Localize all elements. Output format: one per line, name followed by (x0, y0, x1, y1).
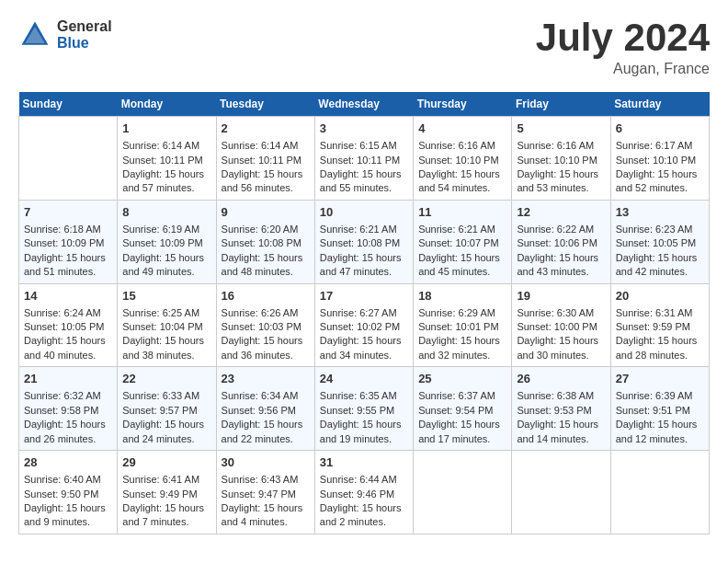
week-row-3: 14Sunrise: 6:24 AMSunset: 10:05 PMDaylig… (19, 283, 710, 367)
day-info: Daylight: 15 hours (418, 251, 506, 265)
day-header-tuesday: Tuesday (216, 92, 314, 117)
day-info: Sunrise: 6:22 AM (517, 223, 605, 236)
calendar-cell: 16Sunrise: 6:26 AMSunset: 10:03 PMDaylig… (216, 283, 314, 367)
calendar-cell: 17Sunrise: 6:27 AMSunset: 10:02 PMDaylig… (314, 283, 413, 367)
calendar-cell (512, 451, 610, 534)
calendar-cell: 10Sunrise: 6:21 AMSunset: 10:08 PMDaylig… (314, 200, 413, 283)
day-info: Sunrise: 6:44 AM (320, 473, 408, 487)
day-info: Sunset: 10:10 PM (517, 154, 605, 167)
day-info: and 9 minutes. (24, 515, 112, 529)
day-info: Sunset: 10:08 PM (222, 236, 310, 250)
day-info: and 14 minutes. (517, 432, 605, 446)
calendar-cell: 15Sunrise: 6:25 AMSunset: 10:04 PMDaylig… (118, 283, 216, 367)
day-info: Sunrise: 6:20 AM (222, 223, 310, 236)
day-info: Sunset: 9:50 PM (24, 488, 112, 501)
day-info: and 30 minutes. (517, 349, 605, 362)
calendar-cell: 26Sunrise: 6:38 AMSunset: 9:53 PMDayligh… (512, 367, 610, 451)
day-info: Sunrise: 6:14 AM (222, 139, 310, 153)
day-info: Sunrise: 6:23 AM (616, 223, 704, 236)
calendar-cell (414, 451, 512, 534)
day-info: Sunrise: 6:41 AM (122, 473, 210, 487)
day-info: Sunrise: 6:14 AM (122, 139, 210, 153)
day-info: Daylight: 15 hours (222, 418, 310, 431)
day-number: 15 (122, 288, 210, 304)
day-info: and 40 minutes. (24, 349, 112, 362)
day-number: 6 (616, 121, 704, 137)
day-number: 9 (222, 204, 310, 221)
day-info: Daylight: 15 hours (320, 418, 408, 431)
day-info: Sunset: 10:05 PM (616, 236, 704, 250)
day-info: and 22 minutes. (222, 432, 310, 446)
day-info: and 17 minutes. (418, 432, 506, 446)
day-info: Daylight: 15 hours (222, 167, 310, 181)
day-info: and 26 minutes. (24, 432, 112, 446)
day-number: 18 (418, 288, 506, 304)
week-row-5: 28Sunrise: 6:40 AMSunset: 9:50 PMDayligh… (19, 451, 710, 534)
day-info: and 52 minutes. (616, 181, 704, 195)
day-info: Daylight: 15 hours (616, 251, 704, 265)
day-info: Daylight: 15 hours (320, 251, 408, 265)
day-number: 30 (222, 454, 310, 471)
calendar-cell: 9Sunrise: 6:20 AMSunset: 10:08 PMDayligh… (216, 200, 314, 283)
day-number: 27 (616, 371, 704, 387)
day-info: Sunset: 9:51 PM (616, 404, 704, 418)
day-info: Sunset: 10:04 PM (122, 320, 210, 334)
day-info: Sunset: 10:07 PM (418, 236, 506, 250)
day-number: 19 (517, 288, 605, 304)
day-info: Sunrise: 6:19 AM (122, 223, 210, 236)
day-info: Sunrise: 6:38 AM (517, 389, 605, 403)
day-number: 13 (616, 204, 704, 221)
day-number: 3 (320, 121, 408, 137)
calendar-table: SundayMondayTuesdayWednesdayThursdayFrid… (18, 92, 710, 534)
day-number: 16 (222, 288, 310, 304)
day-info: Sunrise: 6:16 AM (418, 139, 506, 153)
day-info: Sunset: 9:54 PM (418, 404, 506, 418)
day-info: and 49 minutes. (122, 265, 210, 279)
day-info: and 54 minutes. (418, 181, 506, 195)
day-header-wednesday: Wednesday (314, 92, 413, 117)
day-info: and 42 minutes. (616, 265, 704, 279)
calendar-cell: 7Sunrise: 6:18 AMSunset: 10:09 PMDayligh… (19, 200, 118, 283)
day-info: Daylight: 15 hours (616, 167, 704, 181)
calendar-cell: 22Sunrise: 6:33 AMSunset: 9:57 PMDayligh… (118, 367, 216, 451)
day-info: Sunset: 10:10 PM (418, 154, 506, 167)
calendar-cell: 29Sunrise: 6:41 AMSunset: 9:49 PMDayligh… (118, 451, 216, 534)
calendar-cell: 12Sunrise: 6:22 AMSunset: 10:06 PMDaylig… (512, 200, 610, 283)
day-info: Sunrise: 6:43 AM (222, 473, 310, 487)
week-row-4: 21Sunrise: 6:32 AMSunset: 9:58 PMDayligh… (19, 367, 710, 451)
month-title: July 2024 (536, 18, 710, 57)
calendar-cell: 3Sunrise: 6:15 AMSunset: 10:11 PMDayligh… (314, 117, 413, 201)
day-info: Daylight: 15 hours (517, 167, 605, 181)
day-info: Sunset: 10:05 PM (24, 320, 112, 334)
day-info: Sunset: 9:46 PM (320, 488, 408, 501)
day-info: Daylight: 15 hours (122, 334, 210, 348)
day-info: Daylight: 15 hours (418, 334, 506, 348)
day-info: Sunrise: 6:34 AM (222, 389, 310, 403)
calendar-cell: 14Sunrise: 6:24 AMSunset: 10:05 PMDaylig… (19, 283, 118, 367)
day-info: Daylight: 15 hours (24, 418, 112, 431)
day-info: Sunrise: 6:21 AM (320, 223, 408, 236)
logo-icon (18, 18, 51, 52)
week-row-2: 7Sunrise: 6:18 AMSunset: 10:09 PMDayligh… (19, 200, 710, 283)
calendar-cell: 2Sunrise: 6:14 AMSunset: 10:11 PMDayligh… (216, 117, 314, 201)
day-number: 29 (122, 454, 210, 471)
day-number: 11 (418, 204, 506, 221)
day-info: Sunrise: 6:18 AM (24, 223, 112, 236)
day-info: and 24 minutes. (122, 432, 210, 446)
day-info: Sunrise: 6:35 AM (320, 389, 408, 403)
day-info: Sunset: 10:11 PM (122, 154, 210, 167)
day-info: Sunset: 10:09 PM (122, 236, 210, 250)
day-info: Sunrise: 6:17 AM (616, 139, 704, 153)
calendar-cell: 24Sunrise: 6:35 AMSunset: 9:55 PMDayligh… (314, 367, 413, 451)
day-info: Sunrise: 6:16 AM (517, 139, 605, 153)
day-info: Sunset: 9:55 PM (320, 404, 408, 418)
logo-blue: Blue (57, 35, 112, 52)
calendar-cell: 13Sunrise: 6:23 AMSunset: 10:05 PMDaylig… (610, 200, 709, 283)
day-info: and 57 minutes. (122, 181, 210, 195)
day-info: Daylight: 15 hours (616, 418, 704, 431)
day-info: Sunrise: 6:27 AM (320, 306, 408, 320)
calendar-cell: 6Sunrise: 6:17 AMSunset: 10:10 PMDayligh… (610, 117, 709, 201)
calendar-cell: 4Sunrise: 6:16 AMSunset: 10:10 PMDayligh… (414, 117, 512, 201)
day-info: Sunrise: 6:24 AM (24, 306, 112, 320)
logo: General Blue (18, 18, 112, 52)
